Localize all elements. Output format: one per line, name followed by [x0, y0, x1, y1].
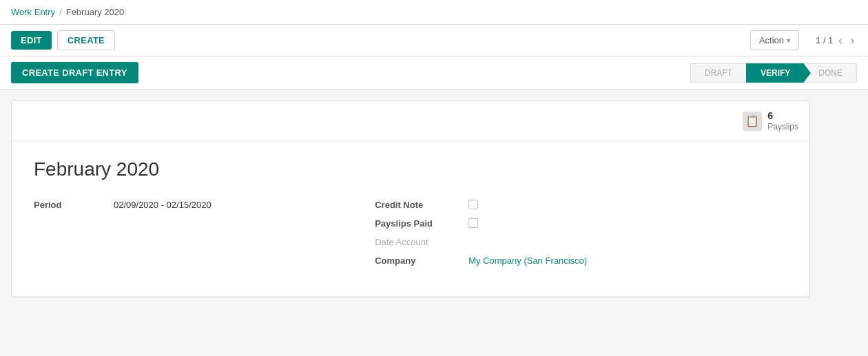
record-card: 📋 6 Payslips February 2020 Period 02/09/…: [11, 101, 810, 297]
credit-note-row: Credit Note: [375, 200, 787, 210]
edit-button[interactable]: EDIT: [11, 31, 52, 50]
payslips-icon: 📋: [743, 112, 762, 131]
breadcrumb: Work Entry / February 2020: [11, 7, 124, 17]
action-button[interactable]: Action ▾: [750, 30, 799, 50]
payslips-widget[interactable]: 📋 6 Payslips: [743, 109, 798, 133]
payslips-count: 6: [767, 109, 798, 122]
pagination-display: 1 / 1: [816, 35, 833, 45]
company-value[interactable]: My Company (San Francisco): [468, 255, 587, 266]
action-caret-icon: ▾: [787, 36, 790, 44]
credit-note-checkbox[interactable]: [468, 200, 478, 209]
content-area: 📋 6 Payslips February 2020 Period 02/09/…: [0, 90, 868, 308]
prev-page-button[interactable]: ‹: [836, 33, 845, 48]
card-body: February 2020 Period 02/09/2020 - 02/15/…: [12, 142, 809, 297]
breadcrumb-current: February 2020: [66, 7, 125, 17]
payslips-paid-label: Payslips Paid: [375, 218, 457, 229]
breadcrumb-link[interactable]: Work Entry: [11, 7, 55, 17]
status-draft[interactable]: DRAFT: [690, 63, 746, 83]
breadcrumb-separator: /: [59, 7, 62, 17]
action-bar: CREATE DRAFT ENTRY DRAFT VERIFY DONE: [0, 56, 868, 90]
company-label: Company: [375, 255, 457, 266]
credit-note-label: Credit Note: [375, 200, 457, 210]
fields-left: Period 02/09/2020 - 02/15/2020: [34, 200, 309, 274]
period-value: 02/09/2020 - 02/15/2020: [114, 200, 211, 210]
pagination: 1 / 1 ‹ ›: [816, 33, 857, 48]
status-bar: DRAFT VERIFY DONE: [690, 63, 857, 83]
create-button[interactable]: CREATE: [57, 30, 115, 50]
company-row: Company My Company (San Francisco): [375, 255, 787, 266]
status-verify[interactable]: VERIFY: [746, 63, 804, 83]
create-draft-button[interactable]: CREATE DRAFT ENTRY: [11, 62, 138, 83]
card-header: 📋 6 Payslips: [12, 101, 809, 142]
payslips-paid-row: Payslips Paid: [375, 218, 787, 229]
date-account-label: Date Account: [375, 237, 457, 247]
payslips-paid-checkbox[interactable]: [468, 218, 478, 228]
record-title: February 2020: [34, 158, 787, 180]
fields-right: Credit Note Payslips Paid Date Account C…: [342, 200, 787, 274]
fields-grid: Period 02/09/2020 - 02/15/2020 Credit No…: [34, 200, 787, 274]
payslips-info: 6 Payslips: [767, 109, 798, 133]
date-account-row: Date Account: [375, 237, 787, 247]
status-done[interactable]: DONE: [804, 63, 857, 83]
period-label: Period: [34, 200, 103, 210]
action-label: Action: [759, 35, 784, 45]
toolbar: EDIT CREATE Action ▾ 1 / 1 ‹ ›: [0, 25, 868, 56]
top-nav: Work Entry / February 2020: [0, 0, 868, 25]
next-page-button[interactable]: ›: [848, 33, 857, 48]
period-field-row: Period 02/09/2020 - 02/15/2020: [34, 200, 309, 210]
payslips-label: Payslips: [767, 122, 798, 133]
